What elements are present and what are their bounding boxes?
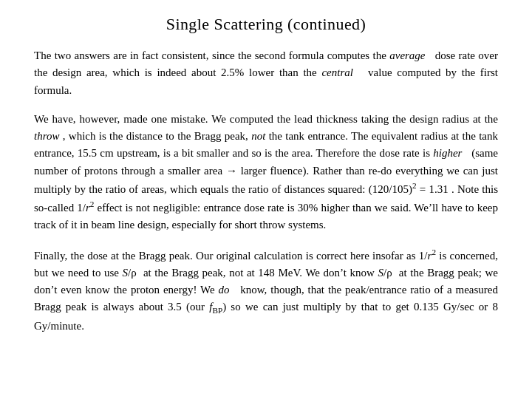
math-srho2: S — [378, 267, 384, 279]
italic-average: average — [389, 50, 425, 61]
page-title: Single Scattering (continued) — [34, 15, 498, 34]
italic-not: not — [251, 130, 265, 142]
paragraph-2: We have, however, made one mistake. We c… — [34, 111, 498, 234]
math-srho: S — [123, 267, 129, 279]
paragraph-1: The two answers are in fact consistent, … — [34, 47, 498, 99]
italic-do: do — [219, 284, 230, 296]
italic-throw: throw — [34, 130, 59, 142]
italic-central: central — [321, 66, 353, 78]
italic-higher: higher — [433, 147, 462, 159]
paragraph-3: Finally, the dose at the Bragg peak. Our… — [34, 246, 498, 335]
